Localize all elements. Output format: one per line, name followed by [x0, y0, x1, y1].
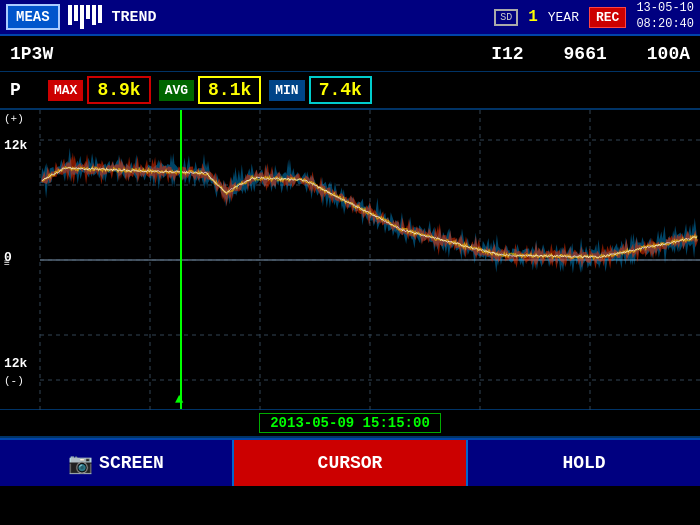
screen-btn-inner: 📷 SCREEN: [68, 451, 164, 476]
cursor-time-text: 2013-05-09 15:15:00: [259, 413, 441, 433]
bottom-bar: 📷 SCREEN CURSOR HOLD: [0, 438, 700, 486]
max-stat: MAX 8.9k: [48, 76, 151, 104]
date: 13-05-10: [636, 1, 694, 17]
top-bar-right: SD 1 YEAR REC 13-05-10 08:20:40: [494, 1, 694, 32]
y-plus-label: (+): [4, 114, 24, 125]
value2-label: 100A: [647, 44, 690, 64]
max-label: MAX: [48, 80, 83, 101]
y-indicator-label: ≡: [4, 258, 10, 269]
top-bar-left: MEAS TREND: [6, 4, 157, 30]
chart-area: (+) 12k 0 ≡ 12k (-) ▲: [0, 110, 700, 410]
bar1: [68, 5, 72, 25]
avg-value: 8.1k: [198, 76, 261, 104]
cursor-line: [180, 110, 182, 409]
screen-button[interactable]: 📷 SCREEN: [0, 440, 232, 486]
channel-label: I12: [491, 44, 523, 64]
waveform-canvas: [0, 110, 700, 410]
screen-label: SCREEN: [99, 453, 164, 473]
bar3: [80, 5, 84, 29]
datetime: 13-05-10 08:20:40: [636, 1, 694, 32]
rec-button[interactable]: REC: [589, 7, 626, 28]
cursor-arrow-icon: ▲: [175, 391, 183, 407]
year-number: 1: [528, 8, 538, 26]
mode-label: 1P3W: [10, 44, 90, 64]
meas-button[interactable]: MEAS: [6, 4, 60, 30]
cursor-button[interactable]: CURSOR: [234, 440, 466, 486]
bar2: [74, 5, 78, 21]
min-stat: MIN 7.4k: [269, 76, 372, 104]
trend-label: TREND: [112, 9, 157, 26]
trend-bars-icon: [68, 5, 102, 29]
bar5: [92, 5, 96, 25]
min-label: MIN: [269, 80, 304, 101]
cursor-label: CURSOR: [318, 453, 383, 473]
hold-button[interactable]: HOLD: [468, 440, 700, 486]
avg-stat: AVG 8.1k: [159, 76, 262, 104]
sd-icon: SD: [494, 9, 518, 26]
avg-label: AVG: [159, 80, 194, 101]
bar6: [98, 5, 102, 23]
camera-icon: 📷: [68, 451, 93, 476]
p-label: P: [10, 80, 40, 100]
cursor-time-bar: 2013-05-09 15:15:00: [0, 410, 700, 438]
top-bar: MEAS TREND SD 1 YEAR REC 13-05-10 08:20:…: [0, 0, 700, 36]
value1-label: 9661: [564, 44, 607, 64]
y-12k-top-label: 12k: [4, 138, 27, 153]
min-value: 7.4k: [309, 76, 372, 104]
y-12k-bot-label: 12k: [4, 356, 27, 371]
time: 08:20:40: [636, 17, 694, 33]
max-value: 8.9k: [87, 76, 150, 104]
hold-label: HOLD: [562, 453, 605, 473]
stats-row: P MAX 8.9k AVG 8.1k MIN 7.4k: [0, 72, 700, 110]
year-label: YEAR: [548, 10, 579, 25]
y-minus-label: (-): [4, 375, 24, 387]
bar4: [86, 5, 90, 19]
info-row: 1P3W I12 9661 100A: [0, 36, 700, 72]
